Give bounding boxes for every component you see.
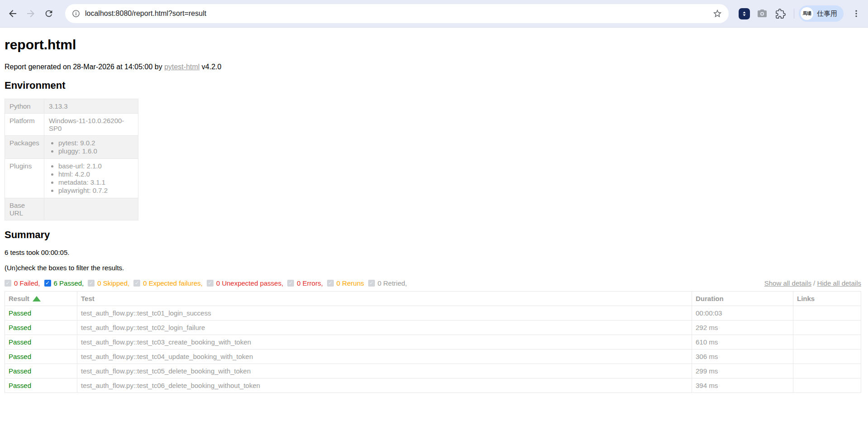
filter-errors: 0 Errors, <box>287 279 323 287</box>
tests-took-line: 6 tests took 00:00:05. <box>5 249 861 256</box>
column-header-result[interactable]: Result <box>5 292 77 306</box>
passed-checkbox[interactable] <box>44 280 51 287</box>
env-key: Platform <box>5 114 44 136</box>
retried-checkbox <box>368 280 375 287</box>
table-row[interactable]: Passed test_auth_flow.py::test_tc05_dele… <box>5 364 861 378</box>
column-header-test[interactable]: Test <box>77 292 692 306</box>
table-row[interactable]: Passed test_auth_flow.py::test_tc01_logi… <box>5 306 861 320</box>
skipped-checkbox <box>88 280 95 287</box>
generated-suffix: v4.2.0 <box>199 63 221 71</box>
password-extension-icon <box>739 8 750 19</box>
table-row[interactable]: Passed test_auth_flow.py::test_tc03_crea… <box>5 335 861 349</box>
detail-links-separator: / <box>813 279 815 287</box>
column-header-links[interactable]: Links <box>793 292 861 306</box>
forward-button[interactable] <box>22 5 40 23</box>
result-cell[interactable]: Passed <box>5 364 77 378</box>
address-bar[interactable]: localhost:8080/report.html?sort=result <box>65 4 729 23</box>
plugin-item: metadata: 3.1.1 <box>58 178 133 187</box>
toolbar-divider <box>794 9 794 19</box>
filter-retried: 0 Retried, <box>368 279 407 287</box>
xpassed-checkbox <box>207 280 213 287</box>
failed-checkbox <box>5 280 11 287</box>
page-title: report.html <box>5 37 861 53</box>
env-value: Windows-11-10.0.26200-SP0 <box>44 114 138 136</box>
refresh-icon <box>44 9 54 19</box>
back-arrow-icon <box>7 8 18 19</box>
table-row: Packages pytest: 9.0.2 pluggy: 1.6.0 <box>5 136 138 159</box>
result-cell[interactable]: Passed <box>5 378 77 393</box>
test-cell: test_auth_flow.py::test_tc06_delete_book… <box>77 378 692 393</box>
filter-xfailed: 0 Expected failures, <box>133 279 203 287</box>
reruns-checkbox <box>327 280 334 287</box>
hide-all-details-link[interactable]: Hide all details <box>817 279 861 287</box>
duration-cell: 299 ms <box>692 364 793 378</box>
result-cell[interactable]: Passed <box>5 306 77 320</box>
env-value: base-url: 2.1.0 html: 4.2.0 metadata: 3.… <box>44 159 138 198</box>
env-value: 3.13.3 <box>44 99 138 114</box>
env-key: Base URL <box>5 198 44 220</box>
back-button[interactable] <box>4 5 22 23</box>
table-row: Plugins base-url: 2.1.0 html: 4.2.0 meta… <box>5 159 138 198</box>
site-info-icon[interactable] <box>71 9 81 18</box>
plugin-item: playwright: 0.7.2 <box>58 187 133 195</box>
camera-icon <box>757 8 768 19</box>
refresh-button[interactable] <box>40 5 58 23</box>
env-key: Plugins <box>5 159 44 198</box>
report-page: report.html Report generated on 28-Mar-2… <box>0 37 868 397</box>
browser-menu-button[interactable] <box>847 5 865 23</box>
results-table: Result Test Duration Links Passed test_a… <box>5 291 861 393</box>
browser-toolbar: localhost:8080/report.html?sort=result 馬… <box>0 0 868 28</box>
pytest-html-link[interactable]: pytest-html <box>164 63 199 71</box>
environment-heading: Environment <box>5 80 861 91</box>
table-row[interactable]: Passed test_auth_flow.py::test_tc02_logi… <box>5 320 861 335</box>
puzzle-extensions-icon <box>775 9 786 19</box>
reruns-label: 0 Reruns <box>337 279 364 287</box>
table-row[interactable]: Passed test_auth_flow.py::test_tc06_dele… <box>5 378 861 393</box>
result-cell[interactable]: Passed <box>5 349 77 364</box>
filter-failed: 0 Failed, <box>5 279 40 287</box>
errors-label: 0 Errors, <box>297 279 323 287</box>
result-cell[interactable]: Passed <box>5 320 77 335</box>
result-header-label: Result <box>9 295 29 302</box>
test-cell: test_auth_flow.py::test_tc02_login_failu… <box>77 320 692 335</box>
duration-cell: 306 ms <box>692 349 793 364</box>
plugin-item: base-url: 2.1.0 <box>58 162 133 170</box>
skipped-label: 0 Skipped, <box>97 279 129 287</box>
table-row: Base URL <box>5 198 138 220</box>
links-cell <box>793 364 861 378</box>
plugin-item: html: 4.2.0 <box>58 170 133 178</box>
links-cell <box>793 320 861 335</box>
profile-name-label: 仕事用 <box>817 10 837 18</box>
url-text[interactable]: localhost:8080/report.html?sort=result <box>85 10 206 18</box>
generated-line: Report generated on 28-Mar-2026 at 14:05… <box>5 63 861 71</box>
bookmark-star-icon[interactable] <box>712 9 722 19</box>
test-cell: test_auth_flow.py::test_tc04_update_book… <box>77 349 692 364</box>
filter-hint-line: (Un)check the boxes to filter the result… <box>5 264 861 272</box>
duration-cell: 292 ms <box>692 320 793 335</box>
links-cell <box>793 378 861 393</box>
links-cell <box>793 335 861 349</box>
show-all-details-link[interactable]: Show all details <box>764 279 811 287</box>
links-cell <box>793 349 861 364</box>
extensions-button[interactable] <box>771 5 789 23</box>
table-row: Python 3.13.3 <box>5 99 138 114</box>
password-extension-button[interactable] <box>735 5 753 23</box>
detail-links: Show all details / Hide all details <box>764 279 861 287</box>
duration-cell: 00:00:03 <box>692 306 793 320</box>
sort-ascending-icon <box>33 296 41 301</box>
filter-xpassed: 0 Unexpected passes, <box>207 279 283 287</box>
passed-label: 6 Passed, <box>54 279 84 287</box>
three-dot-menu-icon <box>852 9 861 18</box>
column-header-duration[interactable]: Duration <box>692 292 793 306</box>
result-cell[interactable]: Passed <box>5 335 77 349</box>
errors-checkbox <box>287 280 294 287</box>
xpassed-label: 0 Unexpected passes, <box>216 279 283 287</box>
env-key: Python <box>5 99 44 114</box>
filter-reruns: 0 Reruns <box>327 279 364 287</box>
duration-cell: 610 ms <box>692 335 793 349</box>
screenshot-extension-button[interactable] <box>753 5 771 23</box>
table-row[interactable]: Passed test_auth_flow.py::test_tc04_upda… <box>5 349 861 364</box>
forward-arrow-icon <box>25 8 36 19</box>
profile-chip[interactable]: 馬場 仕事用 <box>799 5 844 22</box>
env-value <box>44 198 138 220</box>
